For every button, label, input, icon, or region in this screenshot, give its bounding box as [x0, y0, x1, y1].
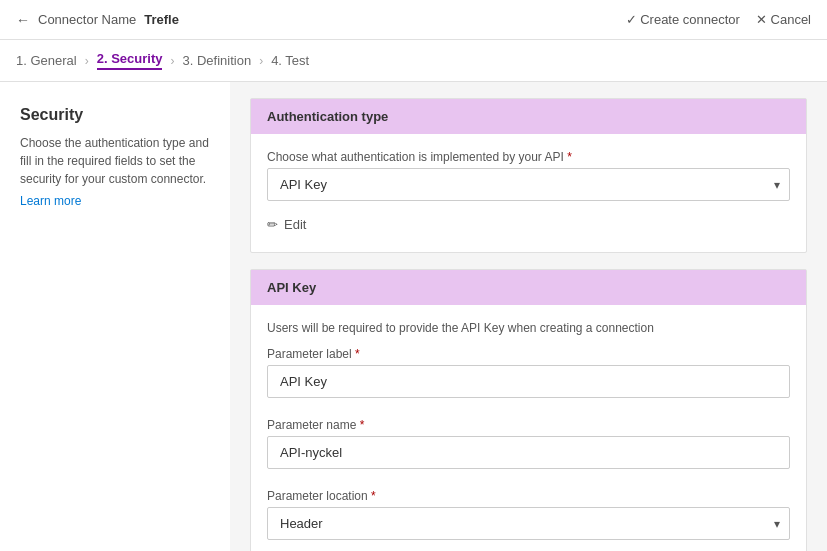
param-label-group: Parameter label [267, 347, 790, 402]
param-location-select-wrapper: Header Query ▾ [267, 507, 790, 540]
auth-type-select[interactable]: No authentication API Key Basic authenti… [267, 168, 790, 201]
top-bar-left: ← Connector Name Trefle [16, 12, 179, 28]
top-bar: ← Connector Name Trefle ✓ Create connect… [0, 0, 827, 40]
left-sidebar: Security Choose the authentication type … [0, 82, 230, 551]
auth-select-wrapper: No authentication API Key Basic authenti… [267, 168, 790, 201]
param-label-label: Parameter label [267, 347, 790, 361]
breadcrumb-sep-1: › [85, 54, 89, 68]
api-key-card: API Key Users will be required to provid… [250, 269, 807, 551]
sidebar-title: Security [20, 106, 210, 124]
param-location-label: Parameter location [267, 489, 790, 503]
right-panel: Authentication type Choose what authenti… [230, 82, 827, 551]
connector-label: Connector Name [38, 12, 136, 27]
top-bar-right: ✓ Create connector ✕ Cancel [626, 12, 811, 27]
breadcrumb-security[interactable]: 2. Security [97, 51, 163, 70]
connector-name: Trefle [144, 12, 179, 27]
api-key-description: Users will be required to provide the AP… [267, 321, 790, 335]
param-name-input[interactable] [267, 436, 790, 469]
breadcrumb-definition[interactable]: 3. Definition [182, 53, 251, 68]
auth-select-label: Choose what authentication is implemente… [267, 150, 790, 164]
breadcrumb-sep-2: › [170, 54, 174, 68]
breadcrumb: 1. General › 2. Security › 3. Definition… [0, 40, 827, 82]
param-name-group: Parameter name [267, 418, 790, 473]
param-name-label: Parameter name [267, 418, 790, 432]
create-connector-button[interactable]: ✓ Create connector [626, 12, 740, 27]
back-arrow-icon[interactable]: ← [16, 12, 30, 28]
auth-edit-label: Edit [284, 217, 306, 232]
api-key-card-body: Users will be required to provide the AP… [251, 305, 806, 551]
auth-type-card-body: Choose what authentication is implemente… [251, 134, 806, 252]
breadcrumb-test[interactable]: 4. Test [271, 53, 309, 68]
param-label-input[interactable] [267, 365, 790, 398]
param-location-group: Parameter location Header Query ▾ [267, 489, 790, 540]
breadcrumb-sep-3: › [259, 54, 263, 68]
auth-type-card-header: Authentication type [251, 99, 806, 134]
breadcrumb-general[interactable]: 1. General [16, 53, 77, 68]
sidebar-description: Choose the authentication type and fill … [20, 134, 210, 188]
auth-type-card: Authentication type Choose what authenti… [250, 98, 807, 253]
param-location-select[interactable]: Header Query [267, 507, 790, 540]
learn-more-link[interactable]: Learn more [20, 194, 210, 208]
auth-edit-button[interactable]: ✏ Edit [267, 213, 306, 236]
cancel-button[interactable]: ✕ Cancel [756, 12, 811, 27]
auth-edit-pencil-icon: ✏ [267, 217, 278, 232]
main-content: Security Choose the authentication type … [0, 82, 827, 551]
api-key-card-header: API Key [251, 270, 806, 305]
